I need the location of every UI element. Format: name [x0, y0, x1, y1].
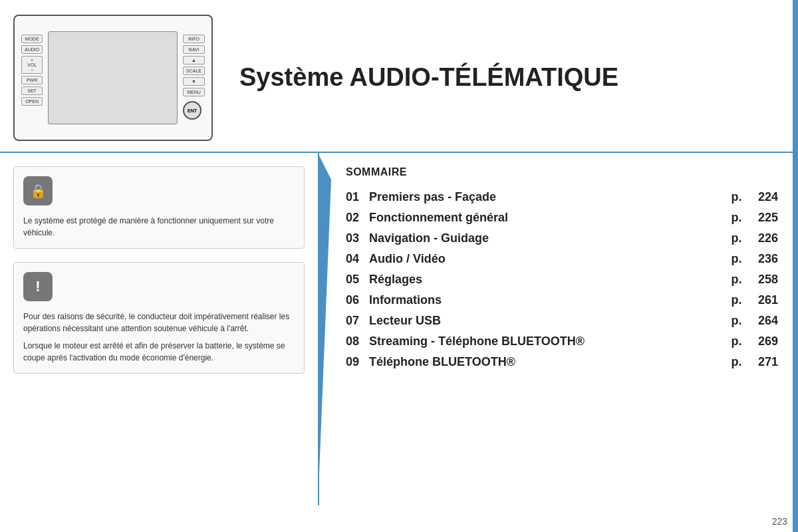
toc-p: p. [728, 211, 745, 225]
scale-down-button: ▼ [183, 77, 205, 86]
toc-row: 04 Audio / Vidéo p. 236 [346, 252, 778, 266]
device-illustration: MODE AUDIO + VOL – PWR SET OPEN INFO NAV… [13, 15, 213, 141]
device-right-buttons: INFO NAVI ▲ SCALE ▼ MENU ENT [183, 31, 205, 124]
toc-title: Fonctionnement général [369, 211, 728, 225]
toc-row: 03 Navigation - Guidage p. 226 [346, 231, 778, 245]
right-accent-bar [793, 0, 798, 532]
warning-notice-text1: Pour des raisons de sécurité, le conduct… [23, 311, 295, 334]
toc-p: p. [728, 273, 745, 287]
toc-p: p. [728, 231, 745, 245]
toc-p: p. [728, 355, 745, 369]
toc-row: 08 Streaming - Téléphone BLUETOOTH® p. 2… [346, 334, 778, 348]
warning-icon-container: ! [23, 272, 53, 301]
toc-title: Premiers pas - Façade [369, 190, 728, 204]
lock-icon-container: 🔒 [23, 176, 53, 205]
toc-title: Audio / Vidéo [369, 252, 728, 266]
open-button: OPEN [21, 97, 43, 106]
left-panel: 🔒 Le système est protégé de manière à fo… [0, 153, 319, 505]
lock-icon: 🔒 [30, 183, 47, 199]
toc-p: p. [728, 190, 745, 204]
toc-title: Réglages [369, 273, 728, 287]
toc-title: Informations [369, 293, 728, 307]
page-title: Système AUDIO-TÉLÉMATIQUE [239, 63, 785, 93]
set-button: SET [21, 86, 43, 95]
toc-title: Navigation - Guidage [369, 231, 728, 245]
device-left-buttons: MODE AUDIO + VOL – PWR SET OPEN [21, 31, 43, 124]
toc-num: 07 [346, 314, 369, 328]
right-panel: SOMMAIRE 01 Premiers pas - Façade p. 224… [319, 153, 798, 505]
toc-row: 09 Téléphone BLUETOOTH® p. 271 [346, 355, 778, 369]
toc-row: 06 Informations p. 261 [346, 293, 778, 307]
pwr-button: PWR [21, 76, 43, 84]
toc-page: 258 [745, 273, 778, 287]
toc-row: 02 Fonctionnement général p. 225 [346, 211, 778, 225]
toc-num: 04 [346, 252, 369, 266]
toc-num: 06 [346, 293, 369, 307]
toc-title: Streaming - Téléphone BLUETOOTH® [369, 334, 728, 348]
title-section: Système AUDIO-TÉLÉMATIQUE [213, 63, 785, 93]
toc-page: 224 [745, 190, 778, 204]
mode-button: MODE [21, 35, 43, 43]
toc-page: 225 [745, 211, 778, 225]
device-screen [48, 31, 178, 124]
warning-notice: ! Pour des raisons de sécurité, le condu… [13, 262, 305, 374]
toc-num: 08 [346, 334, 369, 348]
toc-num: 02 [346, 211, 369, 225]
toc-row: 07 Lecteur USB p. 264 [346, 314, 778, 328]
menu-button: MENU [183, 88, 205, 96]
toc-page: 269 [745, 334, 778, 348]
toc-title: Téléphone BLUETOOTH® [369, 355, 728, 369]
ent-button: ENT [183, 101, 201, 120]
toc-num: 01 [346, 190, 369, 204]
scale-up-button: ▲ [183, 56, 205, 65]
toc-row: 01 Premiers pas - Façade p. 224 [346, 190, 778, 204]
navi-button: NAVI [183, 45, 205, 54]
toc-num: 03 [346, 231, 369, 245]
content-section: 🔒 Le système est protégé de manière à fo… [0, 153, 798, 505]
toc-p: p. [728, 314, 745, 328]
toc-page: 271 [745, 355, 778, 369]
toc-p: p. [728, 252, 745, 266]
toc-p: p. [728, 293, 745, 307]
audio-button: AUDIO [21, 45, 43, 54]
page-number: 223 [772, 516, 787, 527]
warning-notice-text2: Lorsque le moteur est arrêté et afin de … [23, 340, 295, 364]
toc-page: 226 [745, 231, 778, 245]
info-button: INFO [183, 35, 205, 43]
toc-table: 01 Premiers pas - Façade p. 224 02 Fonct… [346, 190, 778, 369]
header-section: MODE AUDIO + VOL – PWR SET OPEN INFO NAV… [0, 0, 798, 153]
toc-page: 261 [745, 293, 778, 307]
toc-num: 05 [346, 273, 369, 287]
warning-icon: ! [35, 278, 40, 295]
toc-page: 264 [745, 314, 778, 328]
toc-num: 09 [346, 355, 369, 369]
vol-button: + VOL – [21, 56, 43, 74]
sommaire-title: SOMMAIRE [346, 166, 778, 178]
toc-page: 236 [745, 252, 778, 266]
lock-notice: 🔒 Le système est protégé de manière à fo… [13, 166, 305, 249]
toc-p: p. [728, 334, 745, 348]
toc-row: 05 Réglages p. 258 [346, 273, 778, 287]
toc-title: Lecteur USB [369, 314, 728, 328]
scale-button: SCALE [183, 66, 205, 75]
lock-notice-text: Le système est protégé de manière à fonc… [23, 215, 295, 239]
